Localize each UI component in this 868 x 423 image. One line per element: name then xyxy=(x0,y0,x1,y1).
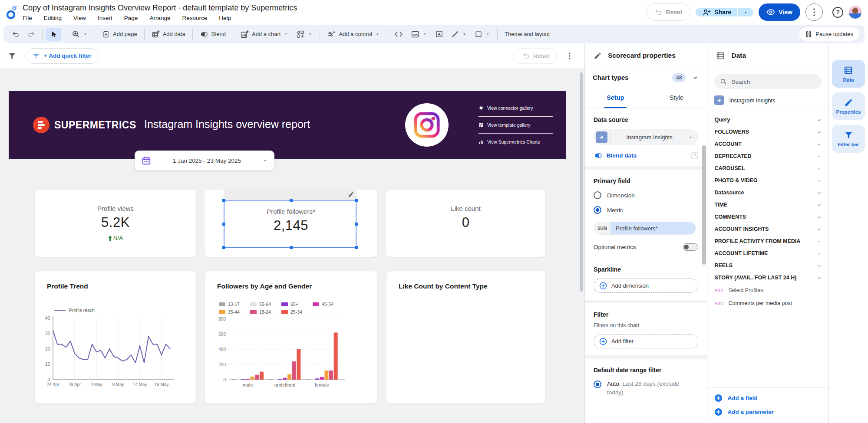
bar-legend: 13-1755-6465+45-5435-4418-2425-34 xyxy=(219,302,349,315)
menu-insert[interactable]: Insert xyxy=(98,15,112,21)
data-source-select[interactable]: Instagram Insights xyxy=(594,129,699,145)
chevron-down-icon xyxy=(692,74,699,81)
text-tool[interactable]: A xyxy=(431,28,447,41)
scorecard-like-count[interactable]: Like count 0 xyxy=(386,190,545,257)
theme-and-layout-button[interactable]: Theme and layout xyxy=(501,28,554,41)
optional-metrics-toggle[interactable] xyxy=(683,243,698,251)
document-title[interactable]: Copy of Instagram Insights Overview Repo… xyxy=(23,3,297,13)
tab-style[interactable]: Style xyxy=(646,87,707,108)
add-chart-button[interactable]: Add a chart xyxy=(236,28,293,41)
add-a-parameter-button[interactable]: Add a parameter xyxy=(714,408,822,416)
field-group-row[interactable]: DEPRECATED xyxy=(707,150,828,162)
chart-types-row[interactable]: Chart types 48 xyxy=(585,68,707,87)
field-group-row[interactable]: Query xyxy=(707,114,828,126)
field-group-row[interactable]: Datasource xyxy=(707,187,828,199)
field-group-row[interactable]: PHOTO & VIDEO xyxy=(707,174,828,187)
field-group-row[interactable]: ACCOUNT xyxy=(707,138,828,150)
scorecard-profile-views[interactable]: Profile views 5.2K N/A xyxy=(35,190,196,257)
properties-scrollbar[interactable] xyxy=(702,145,706,265)
view-button[interactable]: View xyxy=(759,3,800,21)
rail-properties-button[interactable]: Properties xyxy=(832,92,865,120)
help-tooltip-icon[interactable]: ? xyxy=(691,152,698,159)
metric-field-chip[interactable]: SUM Profile followers* xyxy=(594,222,696,235)
add-filter-button[interactable]: Add filter xyxy=(594,334,699,348)
report-canvas[interactable]: SUPERMETRICS Instagram Insights overview… xyxy=(0,68,584,423)
filter-bar-more-icon[interactable] xyxy=(566,52,573,60)
field-comments-per-media-post[interactable]: ABC Comments per media post xyxy=(707,297,828,310)
add-control-button[interactable]: Add a control xyxy=(323,28,384,41)
view-connector-gallery-link[interactable]: View connector gallery xyxy=(479,103,553,113)
avatar[interactable] xyxy=(848,6,862,19)
profile-trend-chart[interactable]: Profile Trend Profile reach 01020304024 … xyxy=(35,271,196,403)
add-page-button[interactable]: Add page xyxy=(98,28,141,41)
view-template-gallery-link[interactable]: View template gallery xyxy=(479,120,553,130)
date-range-auto-option[interactable]: Auto: Last 28 days (exclude today) xyxy=(594,380,699,397)
share-button[interactable]: Share xyxy=(696,8,753,16)
field-select-profiles[interactable]: ABC Select Profiles: xyxy=(707,284,828,297)
edit-pencil-icon[interactable] xyxy=(348,191,354,198)
menu-arrange[interactable]: Arrange xyxy=(149,15,170,21)
select-cursor-tool[interactable] xyxy=(46,28,61,41)
blend-button[interactable]: Blend xyxy=(196,28,230,41)
rail-filter-bar-button[interactable]: Filter bar xyxy=(832,125,865,153)
menu-help[interactable]: Help xyxy=(219,15,231,21)
svg-text:20: 20 xyxy=(45,347,50,351)
field-search-input[interactable]: Search xyxy=(714,74,822,89)
field-group-row[interactable]: COMMENTS xyxy=(707,211,828,223)
blend-data-link[interactable]: Blend data xyxy=(607,152,687,159)
field-group-row[interactable]: STORY (AVAIL. FOR LAST 24 H) xyxy=(707,272,828,284)
shape-tool[interactable] xyxy=(471,28,494,41)
radio-dimension[interactable]: Dimension xyxy=(594,191,699,199)
community-visualizations-button[interactable] xyxy=(292,28,317,41)
add-data-button[interactable]: Add data xyxy=(148,28,189,41)
view-supermetrics-charts-link[interactable]: View Supermetrics Charts xyxy=(479,137,553,147)
zoom-tool[interactable] xyxy=(68,28,92,41)
menu-file[interactable]: File xyxy=(23,15,32,21)
bar-chart-plot: 0200400600800maleundefinedfemale xyxy=(210,316,360,392)
data-source-row[interactable]: Instagram Insights xyxy=(707,89,828,111)
embed-code-button[interactable] xyxy=(390,28,407,41)
undo-button[interactable] xyxy=(8,28,23,41)
chevron-down-icon xyxy=(816,238,822,245)
field-group-row[interactable]: PROFILE ACTIVITY FROM MEDIA xyxy=(707,235,828,247)
funnel-icon[interactable] xyxy=(8,52,17,60)
funnel-icon xyxy=(844,131,853,140)
share-dropdown-caret[interactable] xyxy=(737,8,753,16)
add-a-field-button[interactable]: Add a field xyxy=(714,394,822,402)
pause-updates-button[interactable]: Pause updates xyxy=(799,27,860,41)
add-dimension-button[interactable]: Add dimension xyxy=(594,279,699,293)
field-group-row[interactable]: ACCOUNT INSIGHTS xyxy=(707,223,828,235)
menu-resource[interactable]: Resource xyxy=(182,15,207,21)
menu-page[interactable]: Page xyxy=(124,15,138,21)
image-tool[interactable] xyxy=(407,28,431,41)
help-button[interactable]: ? xyxy=(832,7,843,18)
field-group-row[interactable]: CAROUSEL xyxy=(707,162,828,174)
more-options-button[interactable] xyxy=(805,3,823,21)
scorecard-profile-followers[interactable]: Profile followers* 2,145 xyxy=(205,190,377,257)
date-range-control[interactable]: 1 Jan 2025 - 23 May 2025 xyxy=(135,151,274,171)
menu-view[interactable]: View xyxy=(73,15,86,21)
svg-text:24 Apr: 24 Apr xyxy=(47,382,60,387)
field-group-row[interactable]: ACCOUNT LIFETIME xyxy=(707,247,828,259)
filter-reset-button[interactable]: Reset xyxy=(515,48,557,64)
field-group-row[interactable]: REELS xyxy=(707,259,828,272)
aggregation-badge[interactable]: SUM xyxy=(594,222,611,234)
filter-heading: Filter xyxy=(594,311,699,318)
sparkline-heading: Sparkline xyxy=(594,266,699,273)
redo-button[interactable] xyxy=(23,28,39,41)
field-group-row[interactable]: FOLLOWERS xyxy=(707,126,828,138)
canvas-scrollbar[interactable] xyxy=(580,72,583,292)
add-control-icon xyxy=(327,30,336,39)
field-group-row[interactable]: TIME xyxy=(707,199,828,211)
looker-studio-logo-icon[interactable] xyxy=(5,5,18,20)
followers-age-gender-chart[interactable]: Followers by Age and Gender 13-1755-6465… xyxy=(205,271,377,403)
like-count-by-content-type-chart[interactable]: Like Count by Content Type xyxy=(386,271,545,403)
tab-setup[interactable]: Setup xyxy=(585,87,646,108)
line-tool[interactable] xyxy=(447,28,471,41)
reset-button[interactable]: Reset xyxy=(646,3,690,21)
menu-editing[interactable]: Editing xyxy=(44,15,62,21)
radio-metric[interactable]: Metric xyxy=(594,206,699,214)
add-quick-filter-button[interactable]: + Add quick filter xyxy=(25,48,99,64)
rail-data-button[interactable]: Data xyxy=(832,60,865,88)
legend-item: 45-54 xyxy=(313,302,344,307)
